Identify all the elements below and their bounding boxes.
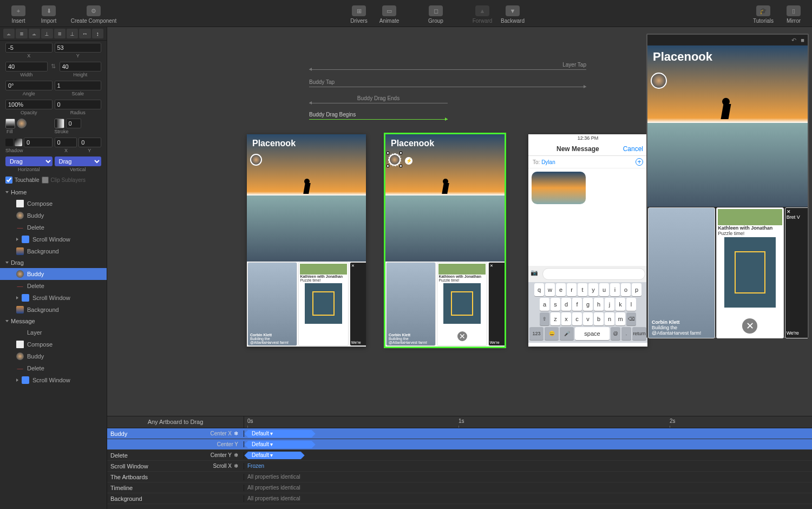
offset-y-input[interactable] — [78, 138, 101, 147]
key-⌫[interactable]: ⌫ — [626, 312, 636, 325]
forward-button[interactable]: ▲Forward — [467, 0, 497, 27]
connection-layer-tap[interactable]: Layer Tap — [309, 69, 586, 70]
timeline-row[interactable]: The ArtboardsAll properties identical — [107, 472, 812, 482]
layer-item-background[interactable]: Background — [0, 245, 107, 257]
key-k[interactable]: k — [615, 298, 625, 311]
create-component-button[interactable]: ⚙Create Component — [64, 0, 123, 27]
connection-buddy-tap[interactable]: Buddy Tap — [309, 87, 586, 87]
timeline-row[interactable]: DeleteCenter Y❄Default ▾ — [107, 450, 812, 461]
layer-group-drag[interactable]: Drag — [0, 257, 107, 268]
scroll-v-select[interactable]: Drag — [55, 156, 102, 166]
timeline-row[interactable]: BuddyCenter X❄Default ▾ — [107, 428, 812, 439]
layer-item-scroll-msg[interactable]: Scroll Window — [0, 374, 107, 386]
key-space[interactable]: space — [575, 327, 610, 340]
touchable-checkbox[interactable]: Touchable — [5, 177, 40, 184]
angle-input[interactable] — [5, 81, 53, 90]
layer-item-delete[interactable]: —Delete — [0, 221, 107, 233]
key-l[interactable]: l — [626, 298, 636, 311]
layer-item-delete-drag[interactable]: —Delete — [0, 280, 107, 292]
layer-item-delete-msg[interactable]: —Delete — [0, 362, 107, 374]
layer-item-layer[interactable]: Layer — [0, 327, 107, 338]
key-🎤[interactable]: 🎤 — [560, 327, 574, 340]
key-g[interactable]: g — [583, 298, 593, 311]
distribute-h-icon[interactable]: ↔ — [79, 29, 90, 38]
shadow-input[interactable] — [24, 138, 53, 147]
artboard-drag[interactable]: Placenook ⚡ Corbin KlettBuilding the @At… — [385, 134, 505, 347]
scale-input[interactable] — [55, 81, 102, 90]
y-input[interactable] — [55, 43, 102, 53]
offset-x-input[interactable] — [55, 138, 77, 147]
layer-item-background-drag[interactable]: Background — [0, 304, 107, 316]
layer-item-compose-msg[interactable]: Compose — [0, 338, 107, 350]
message-input[interactable] — [542, 268, 645, 280]
align-right-icon[interactable]: ⫠ — [29, 29, 40, 38]
x-input[interactable] — [5, 43, 53, 53]
artboard-home[interactable]: Placenook Corbin KlettBuilding the @Atla… — [247, 134, 366, 347]
key-@[interactable]: @ — [611, 327, 620, 340]
undo-icon[interactable]: ↶ — [791, 37, 796, 44]
camera-icon[interactable]: ■ — [801, 37, 804, 43]
key-o[interactable]: o — [621, 283, 631, 296]
scroll-h-select[interactable]: Drag — [5, 156, 53, 166]
width-input[interactable] — [5, 62, 48, 71]
layer-group-home[interactable]: Home — [0, 187, 107, 198]
key-a[interactable]: a — [540, 298, 549, 311]
height-input[interactable] — [60, 62, 102, 71]
group-button[interactable]: ◻Group — [421, 0, 451, 27]
key-⇧[interactable]: ⇧ — [540, 312, 549, 325]
connection-buddy-drag-begins[interactable]: Buddy Drag Begins — [309, 119, 448, 120]
layer-item-buddy-drag[interactable]: Buddy — [0, 268, 107, 280]
link-icon[interactable]: ⇅ — [50, 62, 57, 80]
key-s[interactable]: s — [551, 298, 560, 311]
timeline-row[interactable]: Center YDefault ▾ — [107, 439, 812, 450]
key-.[interactable]: . — [621, 327, 631, 340]
import-button[interactable]: ⬇Import — [34, 0, 64, 27]
key-v[interactable]: v — [583, 312, 593, 325]
fill-swatch[interactable] — [5, 119, 15, 128]
key-y[interactable]: y — [588, 283, 598, 296]
stroke-swatch[interactable] — [55, 119, 64, 128]
key-m[interactable]: m — [615, 312, 625, 325]
bolt-icon[interactable]: ⚡ — [405, 157, 412, 165]
close-icon[interactable]: ✕ — [741, 317, 758, 335]
align-left-icon[interactable]: ⫠ — [3, 29, 15, 38]
key-t[interactable]: t — [578, 283, 587, 296]
key-b[interactable]: b — [594, 312, 604, 325]
key-123[interactable]: 123 — [529, 327, 543, 340]
layer-item-scroll-window[interactable]: Scroll Window — [0, 233, 107, 245]
key-n[interactable]: n — [605, 312, 614, 325]
layer-item-compose[interactable]: Compose — [0, 198, 107, 210]
align-top-icon[interactable]: ⟂ — [41, 29, 53, 38]
key-p[interactable]: p — [632, 283, 641, 296]
canvas[interactable]: Layer Tap Buddy Tap Buddy Drag Ends Budd… — [107, 27, 812, 416]
close-icon[interactable]: ✕ — [456, 330, 468, 342]
drivers-button[interactable]: ⊞Drivers — [344, 0, 374, 27]
key-q[interactable]: q — [534, 283, 544, 296]
key-u[interactable]: u — [599, 283, 609, 296]
key-😀[interactable]: 😀 — [545, 327, 559, 340]
tutorials-button[interactable]: 🎓Tutorials — [748, 0, 778, 27]
radius-input[interactable] — [55, 100, 102, 109]
key-f[interactable]: f — [572, 298, 582, 311]
timeline-header[interactable]: Any Artboard to Drag — [107, 416, 244, 428]
avatar-selected[interactable] — [389, 154, 401, 166]
key-h[interactable]: h — [594, 298, 604, 311]
key-return[interactable]: return — [632, 327, 646, 340]
layer-group-message[interactable]: Message — [0, 316, 107, 327]
shadow-swatch[interactable] — [5, 139, 13, 146]
align-center-h-icon[interactable]: ≡ — [16, 29, 27, 38]
layer-item-buddy-msg[interactable]: Buddy — [0, 350, 107, 362]
clip-checkbox[interactable]: Clip Sublayers — [42, 177, 86, 184]
camera-icon[interactable]: 📷 — [531, 269, 540, 279]
align-center-v-icon[interactable]: ≡ — [54, 29, 66, 38]
key-z[interactable]: z — [551, 312, 560, 325]
key-d[interactable]: d — [561, 298, 571, 311]
insert-button[interactable]: +Insert — [3, 0, 34, 27]
stroke-width-input[interactable] — [66, 119, 81, 128]
animate-button[interactable]: ▭Animate — [374, 0, 404, 27]
layer-item-scroll-drag[interactable]: Scroll Window — [0, 292, 107, 304]
cancel-button[interactable]: Cancel — [623, 145, 643, 153]
key-w[interactable]: w — [545, 283, 555, 296]
connection-buddy-drag-ends[interactable]: Buddy Drag Ends — [309, 103, 448, 103]
key-e[interactable]: e — [556, 283, 566, 296]
